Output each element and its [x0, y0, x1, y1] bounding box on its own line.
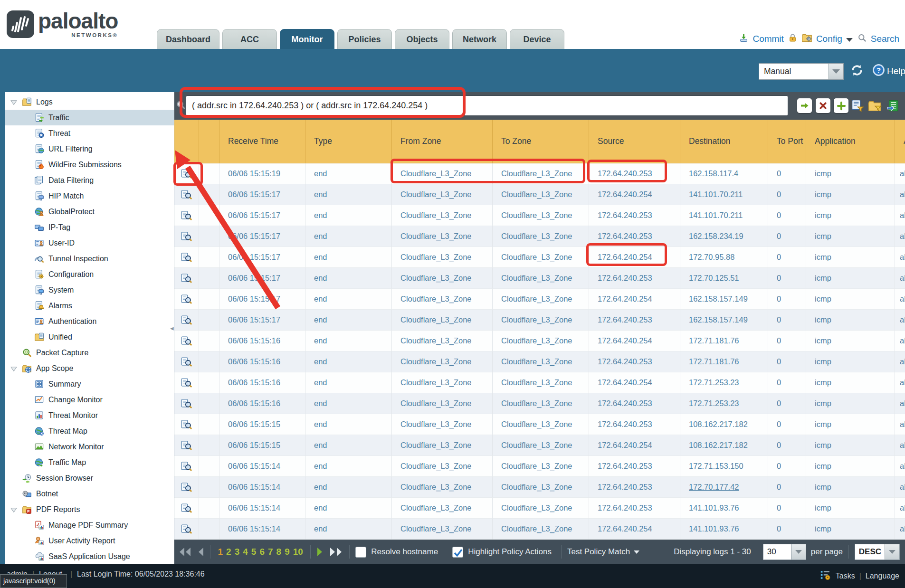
cell-value[interactable]: Cloudflare_L3_Zone [400, 315, 472, 324]
tasks-link[interactable]: Tasks [836, 572, 855, 580]
cell-value[interactable]: Cloudflare_L3_Zone [400, 211, 472, 220]
cell-value[interactable]: 0 [777, 211, 781, 220]
cell-value[interactable]: 172.64.240.253 [598, 399, 652, 408]
cell-value[interactable]: Cloudflare_L3_Zone [400, 399, 472, 408]
log-detail-icon[interactable] [174, 519, 199, 540]
cell-value[interactable]: Cloudflare_L3_Zone [501, 169, 572, 178]
tree-expand-icon[interactable] [10, 506, 17, 512]
cell-value[interactable]: 172.64.240.253 [598, 274, 652, 283]
cell-value[interactable]: icmp [815, 378, 831, 387]
cell-value[interactable]: 0 [777, 169, 781, 178]
cell-value[interactable]: 172.70.177.42 [689, 483, 739, 492]
cell-value[interactable]: Cloudflare_L3_Zone [501, 294, 572, 303]
export-csv-button[interactable] [886, 99, 900, 114]
cell-value[interactable]: end [314, 503, 327, 512]
log-filter-input[interactable] [186, 95, 788, 116]
cell-value[interactable]: 141.101.93.76 [689, 524, 739, 533]
cell-value[interactable]: end [314, 441, 327, 450]
next-page-button[interactable] [316, 547, 324, 557]
page-number-8[interactable]: 8 [276, 547, 282, 557]
cell-value[interactable]: 06/06 15:15:16 [228, 357, 280, 366]
sort-order-select[interactable]: DESC [855, 544, 885, 560]
log-detail-icon[interactable] [174, 289, 199, 310]
cell-value[interactable]: Cloudflare_L3_Zone [400, 274, 472, 283]
cell-value[interactable]: allow [900, 274, 905, 283]
cell-value[interactable]: end [314, 357, 327, 366]
cell-value[interactable]: 0 [777, 274, 781, 283]
page-number-6[interactable]: 6 [259, 547, 265, 557]
column-header-from-zone[interactable]: From Zone [392, 120, 493, 163]
cell-value[interactable]: 06/06 15:15:16 [228, 336, 280, 345]
cell-value[interactable]: 06/06 15:15:15 [228, 441, 280, 450]
sidebar-item-logs[interactable]: Logs [5, 94, 174, 110]
cell-value[interactable]: allow [900, 462, 905, 471]
apply-filter-button[interactable] [797, 98, 812, 113]
page-number-10[interactable]: 10 [293, 547, 303, 557]
cell-value[interactable]: end [314, 315, 327, 324]
cell-value[interactable]: 06/06 15:15:17 [228, 315, 280, 324]
cell-value[interactable]: Cloudflare_L3_Zone [400, 190, 472, 199]
cell-value[interactable]: allow [900, 378, 905, 387]
sidebar-item-app-scope[interactable]: App Scope [5, 360, 174, 376]
cell-value[interactable]: Cloudflare_L3_Zone [501, 274, 572, 283]
tab-acc[interactable]: ACC [222, 29, 277, 49]
cell-value[interactable]: icmp [815, 483, 831, 492]
cell-value[interactable]: Cloudflare_L3_Zone [501, 503, 572, 512]
cell-value[interactable]: allow [900, 232, 905, 241]
cell-value[interactable]: 0 [777, 315, 781, 324]
cell-value[interactable]: 06/06 15:15:19 [228, 169, 280, 178]
log-detail-icon[interactable] [174, 393, 199, 414]
column-header-to-port[interactable]: To Port [768, 120, 806, 163]
cell-value[interactable]: end [314, 274, 327, 283]
filter-builder-button[interactable] [851, 99, 865, 114]
sidebar-item-ip-tag[interactable]: IP-Tag [5, 219, 174, 235]
cell-value[interactable]: 06/06 15:15:15 [228, 420, 280, 429]
cell-value[interactable]: 172.70.125.51 [689, 274, 739, 283]
cell-value[interactable]: 172.71.181.76 [689, 357, 739, 366]
help-link[interactable]: ? Help [872, 64, 905, 79]
cell-value[interactable]: 06/06 15:15:14 [228, 503, 280, 512]
cell-value[interactable]: end [314, 378, 327, 387]
log-detail-icon[interactable] [174, 331, 199, 351]
cell-value[interactable]: allow [900, 315, 905, 324]
sidebar-item-system[interactable]: System [5, 282, 174, 298]
cell-value[interactable]: allow [900, 524, 905, 533]
cell-value[interactable]: 172.64.240.253 [598, 211, 652, 220]
cell-value[interactable]: Cloudflare_L3_Zone [400, 253, 472, 262]
cell-value[interactable]: allow [900, 399, 905, 408]
cell-value[interactable]: Cloudflare_L3_Zone [400, 503, 472, 512]
column-header-destination[interactable]: Destination [680, 120, 768, 163]
prev-page-button[interactable] [197, 547, 204, 557]
cell-value[interactable]: allow [900, 357, 905, 366]
cell-value[interactable]: allow [900, 503, 905, 512]
log-detail-icon[interactable] [174, 435, 199, 456]
cell-value[interactable]: 141.101.70.211 [689, 211, 743, 220]
cell-value[interactable]: 172.64.240.253 [598, 232, 652, 241]
cell-value[interactable]: end [314, 399, 327, 408]
cell-value[interactable]: icmp [815, 232, 831, 241]
tab-objects[interactable]: Objects [395, 29, 449, 49]
column-header-receive-time[interactable]: Receive Time [219, 120, 305, 163]
tab-dashboard[interactable]: Dashboard [157, 29, 219, 49]
sidebar-item-change-monitor[interactable]: Change Monitor [5, 392, 174, 408]
cell-value[interactable]: 172.64.240.254 [598, 378, 652, 387]
log-detail-icon[interactable] [174, 498, 199, 519]
cell-value[interactable]: end [314, 211, 327, 220]
cell-value[interactable]: icmp [815, 169, 831, 178]
sidebar-item-session-browser[interactable]: Session Browser [5, 470, 174, 486]
cell-value[interactable]: end [314, 336, 327, 345]
sidebar-item-traffic[interactable]: Traffic [5, 110, 174, 125]
column-header-to-zone[interactable]: To Zone [493, 120, 589, 163]
clear-filter-button[interactable] [816, 98, 830, 113]
cell-value[interactable]: 172.64.240.254 [598, 190, 652, 199]
cell-value[interactable]: end [314, 190, 327, 199]
cell-value[interactable]: 0 [777, 190, 781, 199]
tab-monitor[interactable]: Monitor [280, 29, 334, 49]
cell-value[interactable]: allow [900, 294, 905, 303]
log-detail-icon[interactable] [174, 372, 199, 393]
sidebar-item-threat[interactable]: Threat [5, 125, 174, 141]
cell-value[interactable]: 141.101.93.76 [689, 503, 739, 512]
tree-expand-icon[interactable] [10, 365, 17, 371]
cell-value[interactable]: end [314, 294, 327, 303]
cell-value[interactable]: 0 [777, 378, 781, 387]
